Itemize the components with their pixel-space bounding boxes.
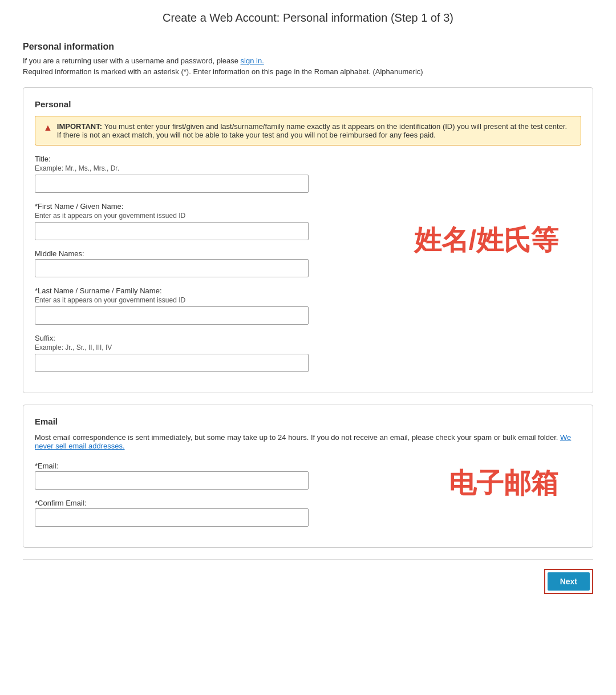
title-input[interactable] (35, 175, 309, 193)
email-group: *Email: (35, 462, 581, 490)
email-card: Email Most email correspondence is sent … (23, 405, 593, 548)
middle-name-label: Middle Names: (35, 249, 581, 258)
important-label: IMPORTANT: (57, 122, 102, 131)
title-group: Title: Example: Mr., Ms., Mrs., Dr. (35, 155, 581, 193)
suffix-sublabel: Example: Jr., Sr., II, III, IV (35, 344, 581, 351)
email-input[interactable] (35, 471, 309, 490)
last-name-label: *Last Name / Surname / Family Name: (35, 286, 581, 295)
last-name-input[interactable] (35, 306, 309, 325)
email-card-title: Email (35, 417, 581, 426)
important-notice: ▲ IMPORTANT: You must enter your first/g… (35, 116, 581, 146)
confirm-email-group: *Confirm Email: (35, 499, 581, 527)
last-name-group: *Last Name / Surname / Family Name: Ente… (35, 286, 581, 325)
personal-card-title: Personal (35, 99, 581, 109)
section-heading: Personal information (23, 42, 593, 52)
important-body: You must enter your first/given and last… (57, 122, 567, 139)
first-name-sublabel: Enter as it appears on your government i… (35, 212, 581, 220)
next-button[interactable]: Next (548, 572, 590, 591)
footer-bar: Next (23, 559, 593, 594)
last-name-sublabel: Enter as it appears on your government i… (35, 296, 581, 304)
middle-name-input[interactable] (35, 259, 309, 277)
personal-card: Personal ▲ IMPORTANT: You must enter you… (23, 87, 593, 393)
title-sublabel: Example: Mr., Ms., Mrs., Dr. (35, 164, 581, 172)
page-title: Create a Web Account: Personal informati… (23, 11, 593, 30)
first-name-label: *First Name / Given Name: (35, 202, 581, 211)
email-label: *Email: (35, 462, 581, 470)
required-info-text: Required information is marked with an a… (23, 67, 593, 76)
first-name-group: *First Name / Given Name: Enter as it ap… (35, 202, 581, 240)
middle-name-group: Middle Names: (35, 249, 581, 277)
title-label: Title: (35, 155, 581, 163)
warning-icon: ▲ (43, 123, 52, 133)
suffix-input[interactable] (35, 354, 309, 372)
suffix-label: Suffix: (35, 334, 581, 342)
confirm-email-label: *Confirm Email: (35, 499, 581, 507)
confirm-email-input[interactable] (35, 508, 309, 527)
first-name-input[interactable] (35, 222, 309, 240)
sign-in-link[interactable]: sign in. (241, 56, 264, 65)
suffix-group: Suffix: Example: Jr., Sr., II, III, IV (35, 334, 581, 372)
email-description: Most email correspondence is sent immedi… (35, 433, 581, 450)
next-button-wrapper: Next (544, 569, 593, 594)
returning-user-text: If you are a returning user with a usern… (23, 56, 593, 65)
